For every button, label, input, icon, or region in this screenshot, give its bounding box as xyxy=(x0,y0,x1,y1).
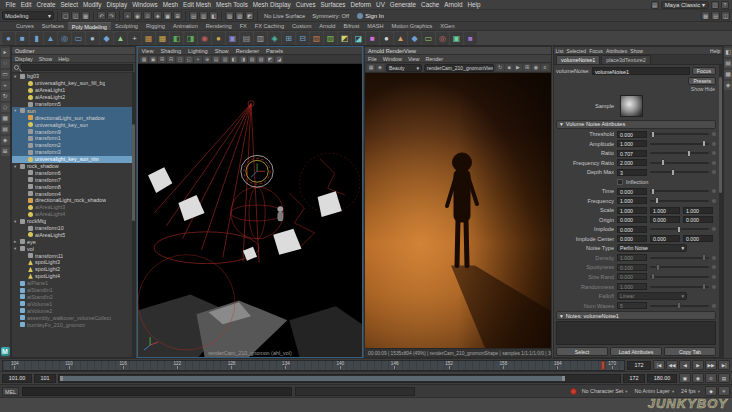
implode-center-y-field[interactable]: 0.000 xyxy=(650,235,680,242)
aov-selector[interactable]: Beauty▾ xyxy=(386,64,422,72)
snap-icon[interactable]: ⌖ xyxy=(123,11,132,20)
menu-item[interactable]: Cache xyxy=(419,1,442,8)
renderview-toolbar-icon[interactable]: ⊞ xyxy=(523,64,531,71)
playback-button[interactable]: ▶| xyxy=(718,360,730,370)
shelf-tool-icon[interactable]: ● xyxy=(2,32,15,45)
shelf-tool-icon[interactable]: ⊟ xyxy=(296,32,309,45)
shelf-tool-icon[interactable]: ▲ xyxy=(394,32,407,45)
implode-slider[interactable] xyxy=(650,228,709,230)
outliner-item[interactable]: transform10 xyxy=(12,225,135,232)
shelf-tool-icon[interactable]: ⊞ xyxy=(282,32,295,45)
scale-x-field[interactable]: 1.000 xyxy=(617,207,647,214)
renderview-menu-item[interactable]: Render xyxy=(422,55,446,62)
viewport-toolbar-icon[interactable]: ◩ xyxy=(266,56,274,63)
shelf-tool-icon[interactable]: ▭ xyxy=(72,32,85,45)
animation-start-field[interactable] xyxy=(2,374,32,383)
shelf-tool-icon[interactable]: ▮ xyxy=(30,32,43,45)
tool-icon[interactable]: ▤ xyxy=(1,125,10,134)
outliner-item[interactable]: transform8 xyxy=(12,183,135,190)
renderview-toolbar-icon[interactable]: ◉ xyxy=(532,64,540,71)
notes-textarea[interactable] xyxy=(556,321,716,345)
frequency-slider[interactable] xyxy=(650,200,709,202)
snap-icon[interactable]: ⊙ xyxy=(143,11,152,20)
shelf-tool-icon[interactable]: ◪ xyxy=(352,32,365,45)
time-slider-attr[interactable] xyxy=(650,190,709,192)
render-icon[interactable]: ▧ xyxy=(225,11,234,20)
shelf-tab[interactable]: Poly Modeling xyxy=(68,22,111,30)
menu-item[interactable]: UV xyxy=(374,1,388,8)
menu-item[interactable]: File xyxy=(3,1,18,8)
viewport-canvas[interactable]: renderCam_210_gnomon (ahl_vol) xyxy=(138,64,362,357)
search-input[interactable] xyxy=(21,64,133,71)
shelf-tool-icon[interactable]: ▥ xyxy=(254,32,267,45)
tool-icon[interactable]: ↻ xyxy=(1,92,10,101)
depth-max-field[interactable]: 3 xyxy=(617,169,647,176)
file-op-icon[interactable]: ◰ xyxy=(71,11,80,20)
shelf-tool-icon[interactable]: ▣ xyxy=(226,32,239,45)
history-icon[interactable]: ◧ xyxy=(209,11,218,20)
implode-center-x-field[interactable]: 0.000 xyxy=(617,235,647,242)
renderview-toolbar-icon[interactable]: ■ xyxy=(505,64,513,71)
sidebar-panel-icon[interactable]: ◈ xyxy=(724,81,732,90)
renderview-toolbar-icon[interactable]: ▦ xyxy=(367,64,375,71)
shelf-tool-icon[interactable]: ▧ xyxy=(310,32,323,45)
shelf-tool-icon[interactable]: ▤ xyxy=(240,32,253,45)
ratio-field[interactable]: 0.707 xyxy=(617,150,647,157)
current-time-indicator[interactable] xyxy=(601,361,605,370)
frequency-field[interactable]: 1.000 xyxy=(617,197,647,204)
shelf-tab[interactable]: XGen xyxy=(436,22,458,30)
shelf-tool-icon[interactable]: + xyxy=(128,32,141,45)
viewport-menu-item[interactable]: Renderer xyxy=(232,47,262,54)
viewport-toolbar-icon[interactable]: ◪ xyxy=(275,56,283,63)
inflection-checkbox[interactable] xyxy=(617,179,623,185)
copy-tab-button[interactable]: Copy Tab xyxy=(664,347,716,356)
focus-button[interactable]: Focus xyxy=(692,67,716,75)
sign-in-button[interactable]: Sign In xyxy=(353,13,388,19)
shelf-tool-icon[interactable]: ■ xyxy=(16,32,29,45)
menu-item[interactable]: Select xyxy=(58,1,81,8)
history-icon[interactable]: ▥ xyxy=(199,11,208,20)
range-slider[interactable] xyxy=(58,374,621,383)
menu-item[interactable]: Modify xyxy=(80,1,104,8)
sidebar-toggle-icon[interactable]: ▦ xyxy=(701,11,710,20)
playback-end-field[interactable] xyxy=(623,374,645,383)
screenshot-icon[interactable]: ◫ xyxy=(711,1,719,9)
outliner-item[interactable]: transform2 xyxy=(12,142,135,149)
outliner-item[interactable]: universalight_key_sun_fill_bg xyxy=(12,80,135,87)
sidebar-toggle-icon[interactable]: ▤ xyxy=(711,11,720,20)
viewport-menu-item[interactable]: Lighting xyxy=(185,47,212,54)
playback-button[interactable]: ◀ xyxy=(679,360,691,370)
implode-center-z-field[interactable]: 0.000 xyxy=(683,235,713,242)
history-icon[interactable]: ▤ xyxy=(189,11,198,20)
outliner-item[interactable]: transform3 xyxy=(12,149,135,156)
viewport-toolbar-icon[interactable]: ◳ xyxy=(176,56,184,63)
shelf-tab[interactable]: Bifrost xyxy=(339,22,363,30)
shelf-tool-icon[interactable]: ▲ xyxy=(114,32,127,45)
outliner-menu-item[interactable]: Help xyxy=(55,55,72,62)
shelf-tab[interactable]: Rendering xyxy=(202,22,236,30)
outliner-item[interactable]: burnleyFx_210_gnomon xyxy=(12,321,135,328)
tool-icon[interactable]: + xyxy=(1,81,10,90)
menu-set-selector[interactable]: Modeling▾ xyxy=(2,11,54,20)
frequency-ratio-field[interactable]: 2.000 xyxy=(617,159,647,166)
tool-icon[interactable]: ▦ xyxy=(1,114,10,123)
tool-icon[interactable]: ▭ xyxy=(1,70,10,79)
notes-section-header[interactable]: ▾ Notes: volumeNoise1 xyxy=(556,311,716,320)
viewport-toolbar-icon[interactable]: ◨ xyxy=(239,56,247,63)
menu-item[interactable]: Windows xyxy=(130,1,161,8)
viewport-toolbar-icon[interactable]: ◧ xyxy=(230,56,238,63)
shelf-tool-icon[interactable]: ◩ xyxy=(338,32,351,45)
outliner-item[interactable]: universalight_key_sun_rim xyxy=(12,156,135,163)
shelf-tab[interactable]: Curves xyxy=(12,22,38,30)
animation-end-field[interactable] xyxy=(647,374,677,383)
shelf-tool-icon[interactable]: ● xyxy=(380,32,393,45)
ae-menu-item[interactable]: List xyxy=(554,47,565,54)
workspace-selector[interactable]: Maya Classic ▾ xyxy=(661,1,709,9)
shelf-tab[interactable]: FX Caching xyxy=(251,22,288,30)
current-frame-field[interactable] xyxy=(627,361,651,370)
playback-option-icon[interactable]: ◉ xyxy=(692,373,704,383)
texture-sample-swatch[interactable] xyxy=(620,95,643,117)
playback-button[interactable]: |◀ xyxy=(653,360,665,370)
time-slider[interactable]: 104110116122128134140146152158164170 xyxy=(2,360,625,371)
show-hide-toggle[interactable]: Show Hide xyxy=(554,86,718,93)
